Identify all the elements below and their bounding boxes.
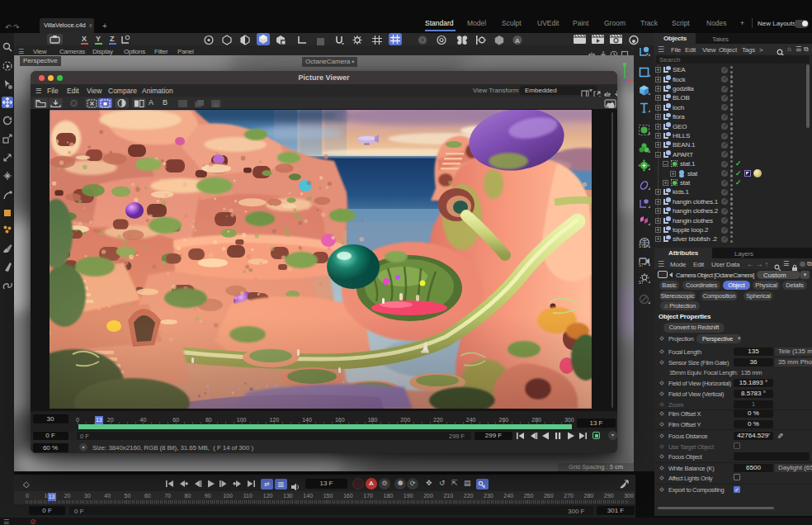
svg-text:ST: ST <box>639 244 644 248</box>
svg-text:A: A <box>515 37 520 45</box>
svg-text:ST: ST <box>639 281 644 285</box>
svg-text:ST: ST <box>639 262 644 267</box>
